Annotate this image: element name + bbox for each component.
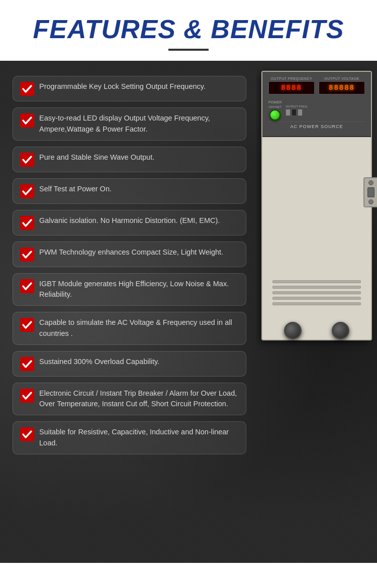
svg-rect-1 xyxy=(20,113,34,128)
switch-btn-2[interactable] xyxy=(292,109,297,116)
vent-slot-2 xyxy=(272,286,361,289)
feature-text-1: Programmable Key Lock Setting Output Fre… xyxy=(39,81,206,92)
checkmark-icon-9 xyxy=(20,357,34,371)
device-body: OUTPUT FREQUENCY 8888 OUTPUT VOLTAGE 888… xyxy=(261,71,372,340)
checkmark-icon-3 xyxy=(20,153,34,167)
svg-rect-5 xyxy=(20,248,34,262)
freq-label: OUTPUT FREQUENCY xyxy=(268,77,315,80)
svg-rect-7 xyxy=(20,318,34,332)
checkmark-icon-7 xyxy=(20,279,34,293)
svg-rect-9 xyxy=(20,389,34,403)
vent-section xyxy=(272,280,361,308)
freq-display-unit: OUTPUT FREQUENCY 8888 xyxy=(268,77,315,94)
control-row: POWER OFF/SET OUTPUT FREQ xyxy=(268,97,365,122)
device-mockup: OUTPUT FREQUENCY 8888 OUTPUT VOLTAGE 888… xyxy=(256,71,377,563)
device-image-section: OUTPUT FREQUENCY 8888 OUTPUT VOLTAGE 888… xyxy=(256,61,377,563)
feature-item-4: Self Test at Power On. xyxy=(13,178,246,204)
checkmark-icon-1 xyxy=(20,82,34,96)
page-title: FEATURES & BENEFITS xyxy=(20,15,357,44)
wheel-right xyxy=(332,322,349,339)
wheel-section xyxy=(262,322,371,339)
voltage-led-display: 88888 xyxy=(319,81,365,94)
voltage-display-unit: OUTPUT VOLTAGE 88888 xyxy=(319,77,365,94)
svg-rect-8 xyxy=(20,357,34,371)
feature-item-5: Galvanic isolation. No Harmonic Distorti… xyxy=(13,210,246,236)
device-handle xyxy=(363,177,377,207)
power-label: POWER xyxy=(268,100,281,104)
vent-slot-4 xyxy=(272,297,361,300)
ac-source-label: AC POWER SOURCE xyxy=(268,122,365,131)
svg-rect-4 xyxy=(20,216,34,230)
svg-rect-10 xyxy=(20,427,34,441)
feature-text-5: Galvanic isolation. No Harmonic Distorti… xyxy=(39,215,220,226)
main-content: Programmable Key Lock Setting Output Fre… xyxy=(0,61,377,563)
freq-switches: OUTPUT FREQ xyxy=(286,105,307,116)
feature-item-6: PWM Technology enhances Compact Size, Li… xyxy=(13,242,246,267)
power-button[interactable] xyxy=(269,109,280,121)
feature-text-10: Electronic Circuit / Instant Trip Breake… xyxy=(39,388,239,410)
checkmark-icon-11 xyxy=(20,427,34,441)
wheel-left xyxy=(284,322,302,339)
feature-item-8: Capable to simulate the AC Voltage & Fre… xyxy=(13,312,246,345)
svg-rect-6 xyxy=(20,279,34,293)
feature-text-8: Capable to simulate the AC Voltage & Fre… xyxy=(39,317,239,339)
off-reset-label: OFF/SET xyxy=(269,105,281,108)
switch-btn-1[interactable] xyxy=(286,109,291,116)
power-section: POWER OFF/SET xyxy=(268,100,281,121)
vent-slot-3 xyxy=(272,291,361,294)
voltage-label: OUTPUT VOLTAGE xyxy=(319,77,365,80)
feature-item-9: Sustained 300% Overload Capability. xyxy=(13,351,246,377)
freq-led-display: 8888 xyxy=(268,81,315,94)
header-underline xyxy=(168,49,209,51)
feature-item-2: Easy-to-read LED display Output Voltage … xyxy=(13,107,246,141)
svg-rect-0 xyxy=(20,82,34,96)
feature-text-9: Sustained 300% Overload Capability. xyxy=(39,357,159,368)
feature-text-3: Pure and Stable Sine Wave Output. xyxy=(39,152,154,163)
svg-rect-3 xyxy=(20,184,34,198)
feature-item-7: IGBT Module generates High Efficiency, L… xyxy=(13,273,246,306)
feature-text-7: IGBT Module generates High Efficiency, L… xyxy=(39,279,239,301)
features-list: Programmable Key Lock Setting Output Fre… xyxy=(0,61,256,563)
feature-text-4: Self Test at Power On. xyxy=(39,184,112,195)
checkmark-icon-2 xyxy=(20,113,34,128)
checkmark-icon-4 xyxy=(20,184,34,198)
feature-text-6: PWM Technology enhances Compact Size, Li… xyxy=(39,247,223,258)
handle-section xyxy=(363,177,377,207)
device-top-panel: OUTPUT FREQUENCY 8888 OUTPUT VOLTAGE 888… xyxy=(262,72,371,137)
checkmark-icon-5 xyxy=(20,216,34,230)
vent-slot-5 xyxy=(272,302,361,305)
switch-btn-3[interactable] xyxy=(298,109,303,116)
checkmark-icon-6 xyxy=(20,248,34,262)
feature-item-11: Suitable for Resistive, Capacitive, Indu… xyxy=(13,421,246,454)
output-freq-label: OUTPUT FREQ xyxy=(286,105,307,108)
display-row: OUTPUT FREQUENCY 8888 OUTPUT VOLTAGE 888… xyxy=(268,77,365,94)
checkmark-icon-8 xyxy=(20,318,34,332)
vent-slot-1 xyxy=(272,280,361,283)
handle-screw-top xyxy=(368,180,373,185)
power-btn-row: OFF/SET xyxy=(269,105,281,121)
svg-rect-2 xyxy=(20,153,34,167)
feature-text-11: Suitable for Resistive, Capacitive, Indu… xyxy=(39,427,239,449)
switch-block xyxy=(286,109,307,116)
feature-text-2: Easy-to-read LED display Output Voltage … xyxy=(39,113,239,135)
header-section: FEATURES & BENEFITS xyxy=(0,0,377,61)
checkmark-icon-10 xyxy=(20,389,34,403)
handle-screw-bottom xyxy=(368,199,373,204)
lock-body xyxy=(367,187,374,197)
feature-item-10: Electronic Circuit / Instant Trip Breake… xyxy=(13,383,246,416)
feature-item-1: Programmable Key Lock Setting Output Fre… xyxy=(13,76,246,101)
feature-item-3: Pure and Stable Sine Wave Output. xyxy=(13,147,246,172)
device-main-body xyxy=(262,137,371,318)
